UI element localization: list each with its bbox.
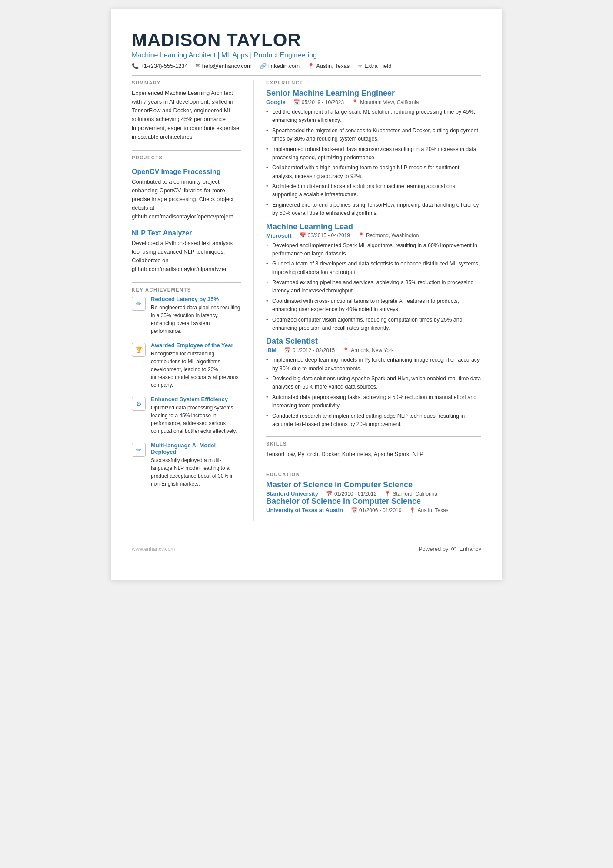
- exp-company-2: IBM: [266, 347, 277, 353]
- calendar-icon-1: 📅: [300, 232, 306, 238]
- achievement-content-1: Awarded Employee of the Year Recognized …: [151, 342, 241, 389]
- exp-date-1: 📅 03/2015 - 04/2019: [300, 232, 350, 238]
- edu-pin-icon-0: 📍: [384, 491, 391, 497]
- summary-section: SUMMARY Experienced Machine Learning Arc…: [132, 80, 241, 141]
- education-section: EDUCATION Master of Science in Computer …: [266, 472, 481, 513]
- exp-meta-2: IBM 📅 01/2012 - 02/2015 📍 Armonk, New Yo…: [266, 347, 481, 353]
- enhancv-logo-icon: ∞: [451, 544, 457, 553]
- edu-location-1: 📍 Austin, Texas: [409, 507, 448, 513]
- experience-item-1: Machine Learning Lead Microsoft 📅 03/201…: [266, 222, 481, 333]
- experience-label: EXPERIENCE: [266, 80, 481, 85]
- exp-bullets-1: Developed and implemented Spark ML algor…: [266, 241, 481, 333]
- footer-brand: Powered by ∞ Enhancv: [419, 544, 481, 553]
- full-name: MADISON TAYLOR: [132, 30, 481, 50]
- edu-title-0: Master of Science in Computer Science: [266, 480, 481, 489]
- experience-item-0: Senior Machine Learning Engineer Google …: [266, 89, 481, 218]
- powered-by-label: Powered by: [419, 546, 449, 552]
- resume-page: MADISON TAYLOR Machine Learning Architec…: [111, 9, 502, 580]
- achievement-content-2: Enhanced System Efficiency Optimized dat…: [151, 396, 241, 435]
- experience-section: EXPERIENCE Senior Machine Learning Engin…: [266, 80, 481, 429]
- summary-divider: [132, 150, 241, 151]
- achievement-item-1: 🏆 Awarded Employee of the Year Recognize…: [132, 342, 241, 389]
- achievement-icon-2: ⚙: [132, 397, 146, 411]
- projects-divider: [132, 282, 241, 283]
- achievement-icon-1: 🏆: [132, 343, 146, 357]
- exp-company-0: Google: [266, 99, 286, 105]
- projects-section: PROJECTS OpenCV Image Processing Contrib…: [132, 155, 241, 274]
- education-label: EDUCATION: [266, 472, 481, 477]
- exp-location-2: 📍 Armonk, New York: [343, 347, 394, 353]
- bullet-0-4: Architected multi-tenant backend solutio…: [266, 182, 481, 199]
- project-item-0: OpenCV Image Processing Contributed to a…: [132, 168, 241, 221]
- edu-cal-icon-1: 📅: [351, 507, 357, 513]
- skills-text: TensorFlow, PyTorch, Docker, Kubernetes,…: [266, 450, 481, 459]
- edu-meta-0: Stanford University 📅 01/2010 - 01/2012 …: [266, 490, 481, 497]
- calendar-icon-2: 📅: [284, 347, 291, 353]
- linkedin-value: linkedin.com: [268, 63, 300, 69]
- bullet-1-0: Developed and implemented Spark ML algor…: [266, 241, 481, 258]
- achievement-title-3: Multi-language AI Model Deployed: [151, 442, 241, 455]
- exp-date-2: 📅 01/2012 - 02/2015: [284, 347, 335, 353]
- edu-pin-icon-1: 📍: [409, 507, 416, 513]
- edu-meta-1: University of Texas at Austin 📅 01/2006 …: [266, 507, 481, 513]
- achievement-desc-1: Recognized for outstanding contributions…: [151, 350, 241, 389]
- projects-label: PROJECTS: [132, 155, 241, 160]
- edu-title-1: Bachelor of Science in Computer Science: [266, 497, 481, 506]
- main-content: SUMMARY Experienced Machine Learning Arc…: [132, 80, 481, 521]
- email-item: ✉ help@enhancv.com: [196, 63, 252, 69]
- bullet-0-5: Engineered end-to-end pipelines using Te…: [266, 201, 481, 218]
- header: MADISON TAYLOR Machine Learning Architec…: [132, 30, 481, 69]
- email-icon: ✉: [196, 63, 200, 69]
- star-icon: ☆: [357, 63, 363, 69]
- achievements-section: KEY ACHIEVEMENTS ✏ Reduced Latency by 35…: [132, 287, 241, 488]
- achievement-item-2: ⚙ Enhanced System Efficiency Optimized d…: [132, 396, 241, 435]
- exp-location-1: 📍 Redmond, Washington: [358, 232, 419, 238]
- edu-date-0: 📅 01/2010 - 01/2012: [326, 491, 376, 497]
- professional-title: Machine Learning Architect | ML Apps | P…: [132, 51, 481, 59]
- exp-meta-0: Google 📅 05/2019 - 10/2023 📍 Mountain Vi…: [266, 99, 481, 105]
- phone-item: 📞 +1-(234)-555-1234: [132, 63, 188, 69]
- skills-section: SKILLS TensorFlow, PyTorch, Docker, Kube…: [266, 441, 481, 459]
- phone-icon: 📞: [132, 63, 139, 69]
- bullet-1-3: Coordinated with cross-functional teams …: [266, 297, 481, 314]
- education-item-1: Bachelor of Science in Computer Science …: [266, 497, 481, 513]
- linkedin-item[interactable]: 🔗 linkedin.com: [260, 63, 300, 69]
- bullet-2-0: Implemented deep learning models in PyTo…: [266, 356, 481, 373]
- left-column: SUMMARY Experienced Machine Learning Arc…: [132, 80, 253, 521]
- pin-icon-0: 📍: [352, 99, 358, 105]
- experience-item-2: Data Scientist IBM 📅 01/2012 - 02/2015 📍…: [266, 337, 481, 429]
- location-icon: 📍: [307, 63, 314, 69]
- education-item-0: Master of Science in Computer Science St…: [266, 480, 481, 497]
- edu-school-0: Stanford University: [266, 490, 318, 497]
- bullet-0-0: Led the development of a large-scale ML …: [266, 108, 481, 125]
- project-desc-1: Developed a Python-based text analysis t…: [132, 239, 241, 274]
- summary-label: SUMMARY: [132, 80, 241, 85]
- exp-title-1: Machine Learning Lead: [266, 222, 481, 231]
- achievement-icon-0: ✏: [132, 297, 146, 311]
- achievement-desc-0: Re-engineered data pipelines resulting i…: [151, 304, 241, 335]
- project-title-0: OpenCV Image Processing: [132, 168, 241, 176]
- bullet-1-1: Guided a team of 8 developers and data s…: [266, 260, 481, 277]
- exp-company-1: Microsoft: [266, 232, 292, 239]
- right-column: EXPERIENCE Senior Machine Learning Engin…: [253, 80, 481, 521]
- achievement-content-3: Multi-language AI Model Deployed Success…: [151, 442, 241, 488]
- brand-name: Enhancv: [459, 546, 481, 552]
- achievement-desc-3: Successfully deployed a multi-language N…: [151, 456, 241, 488]
- bullet-2-2: Automated data preprocessing tasks, achi…: [266, 393, 481, 410]
- education-divider: [266, 467, 481, 467]
- contact-bar: 📞 +1-(234)-555-1234 ✉ help@enhancv.com 🔗…: [132, 63, 481, 69]
- bullet-2-1: Devised big data solutions using Apache …: [266, 375, 481, 392]
- pin-icon-2: 📍: [343, 347, 349, 353]
- bullet-0-3: Collaborated with a high-performing team…: [266, 164, 481, 181]
- bullet-1-2: Revamped existing pipelines and services…: [266, 278, 481, 295]
- exp-date-0: 📅 05/2019 - 10/2023: [293, 99, 344, 105]
- bullet-0-1: Spearheaded the migration of services to…: [266, 127, 481, 144]
- exp-bullets-0: Led the development of a large-scale ML …: [266, 108, 481, 218]
- exp-title-2: Data Scientist: [266, 337, 481, 346]
- location-value: Austin, Texas: [316, 63, 350, 69]
- exp-bullets-2: Implemented deep learning models in PyTo…: [266, 356, 481, 429]
- edu-school-1: University of Texas at Austin: [266, 507, 343, 513]
- phone-value: +1-(234)-555-1234: [140, 63, 188, 69]
- project-desc-0: Contributed to a community project enhan…: [132, 178, 241, 221]
- page-footer: www.enhancv.com Powered by ∞ Enhancv: [132, 539, 481, 553]
